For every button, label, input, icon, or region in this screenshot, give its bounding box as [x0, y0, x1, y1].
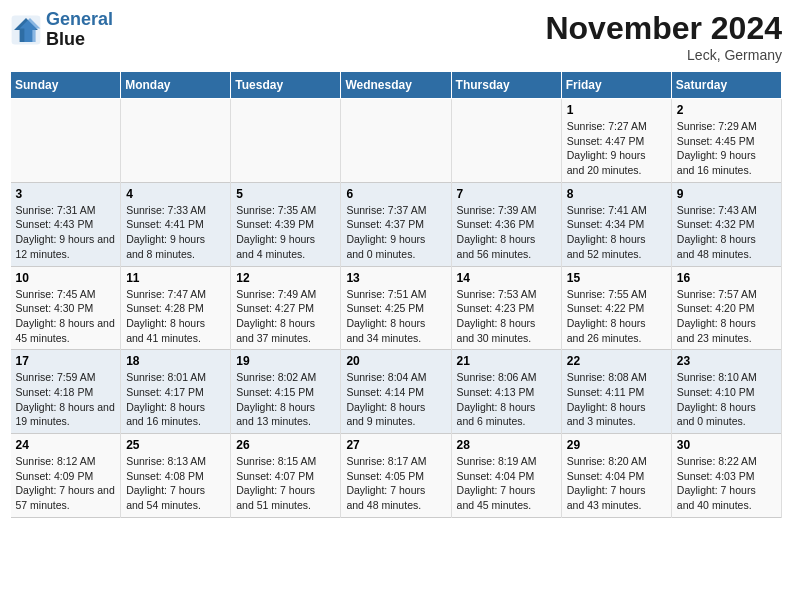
day-number: 19: [236, 354, 335, 368]
calendar-table: SundayMondayTuesdayWednesdayThursdayFrid…: [10, 71, 782, 518]
day-number: 16: [677, 271, 776, 285]
day-number: 23: [677, 354, 776, 368]
day-number: 28: [457, 438, 556, 452]
day-number: 15: [567, 271, 666, 285]
day-number: 9: [677, 187, 776, 201]
day-number: 17: [16, 354, 116, 368]
day-number: 27: [346, 438, 445, 452]
weekday-header-wednesday: Wednesday: [341, 72, 451, 99]
day-info: Sunrise: 8:17 AM Sunset: 4:05 PM Dayligh…: [346, 454, 445, 513]
weekday-header-monday: Monday: [121, 72, 231, 99]
calendar-cell: 2Sunrise: 7:29 AM Sunset: 4:45 PM Daylig…: [671, 99, 781, 183]
day-info: Sunrise: 7:27 AM Sunset: 4:47 PM Dayligh…: [567, 119, 666, 178]
day-info: Sunrise: 8:19 AM Sunset: 4:04 PM Dayligh…: [457, 454, 556, 513]
logo: General Blue: [10, 10, 113, 50]
calendar-week-row: 17Sunrise: 7:59 AM Sunset: 4:18 PM Dayli…: [11, 350, 782, 434]
day-number: 11: [126, 271, 225, 285]
calendar-cell: 29Sunrise: 8:20 AM Sunset: 4:04 PM Dayli…: [561, 434, 671, 518]
day-info: Sunrise: 8:12 AM Sunset: 4:09 PM Dayligh…: [16, 454, 116, 513]
day-info: Sunrise: 7:47 AM Sunset: 4:28 PM Dayligh…: [126, 287, 225, 346]
day-info: Sunrise: 8:20 AM Sunset: 4:04 PM Dayligh…: [567, 454, 666, 513]
day-info: Sunrise: 7:41 AM Sunset: 4:34 PM Dayligh…: [567, 203, 666, 262]
calendar-week-row: 3Sunrise: 7:31 AM Sunset: 4:43 PM Daylig…: [11, 182, 782, 266]
day-info: Sunrise: 7:59 AM Sunset: 4:18 PM Dayligh…: [16, 370, 116, 429]
calendar-cell: 4Sunrise: 7:33 AM Sunset: 4:41 PM Daylig…: [121, 182, 231, 266]
calendar-cell: [11, 99, 121, 183]
day-info: Sunrise: 7:33 AM Sunset: 4:41 PM Dayligh…: [126, 203, 225, 262]
day-number: 21: [457, 354, 556, 368]
day-number: 8: [567, 187, 666, 201]
day-info: Sunrise: 7:31 AM Sunset: 4:43 PM Dayligh…: [16, 203, 116, 262]
calendar-cell: 30Sunrise: 8:22 AM Sunset: 4:03 PM Dayli…: [671, 434, 781, 518]
day-number: 18: [126, 354, 225, 368]
day-info: Sunrise: 8:02 AM Sunset: 4:15 PM Dayligh…: [236, 370, 335, 429]
weekday-header-friday: Friday: [561, 72, 671, 99]
calendar-cell: 6Sunrise: 7:37 AM Sunset: 4:37 PM Daylig…: [341, 182, 451, 266]
day-info: Sunrise: 8:06 AM Sunset: 4:13 PM Dayligh…: [457, 370, 556, 429]
day-number: 30: [677, 438, 776, 452]
weekday-header-thursday: Thursday: [451, 72, 561, 99]
day-number: 2: [677, 103, 776, 117]
day-info: Sunrise: 8:01 AM Sunset: 4:17 PM Dayligh…: [126, 370, 225, 429]
calendar-cell: 20Sunrise: 8:04 AM Sunset: 4:14 PM Dayli…: [341, 350, 451, 434]
calendar-cell: 26Sunrise: 8:15 AM Sunset: 4:07 PM Dayli…: [231, 434, 341, 518]
calendar-cell: 12Sunrise: 7:49 AM Sunset: 4:27 PM Dayli…: [231, 266, 341, 350]
day-info: Sunrise: 7:51 AM Sunset: 4:25 PM Dayligh…: [346, 287, 445, 346]
calendar-cell: 11Sunrise: 7:47 AM Sunset: 4:28 PM Dayli…: [121, 266, 231, 350]
calendar-cell: 27Sunrise: 8:17 AM Sunset: 4:05 PM Dayli…: [341, 434, 451, 518]
calendar-cell: 1Sunrise: 7:27 AM Sunset: 4:47 PM Daylig…: [561, 99, 671, 183]
day-info: Sunrise: 8:22 AM Sunset: 4:03 PM Dayligh…: [677, 454, 776, 513]
day-number: 4: [126, 187, 225, 201]
calendar-cell: [451, 99, 561, 183]
day-info: Sunrise: 7:37 AM Sunset: 4:37 PM Dayligh…: [346, 203, 445, 262]
day-info: Sunrise: 7:39 AM Sunset: 4:36 PM Dayligh…: [457, 203, 556, 262]
calendar-cell: 3Sunrise: 7:31 AM Sunset: 4:43 PM Daylig…: [11, 182, 121, 266]
location-subtitle: Leck, Germany: [545, 47, 782, 63]
day-number: 5: [236, 187, 335, 201]
day-info: Sunrise: 7:43 AM Sunset: 4:32 PM Dayligh…: [677, 203, 776, 262]
day-number: 29: [567, 438, 666, 452]
calendar-cell: 24Sunrise: 8:12 AM Sunset: 4:09 PM Dayli…: [11, 434, 121, 518]
day-number: 6: [346, 187, 445, 201]
day-number: 1: [567, 103, 666, 117]
calendar-cell: 8Sunrise: 7:41 AM Sunset: 4:34 PM Daylig…: [561, 182, 671, 266]
calendar-week-row: 10Sunrise: 7:45 AM Sunset: 4:30 PM Dayli…: [11, 266, 782, 350]
day-info: Sunrise: 7:57 AM Sunset: 4:20 PM Dayligh…: [677, 287, 776, 346]
logo-icon: [10, 14, 42, 46]
calendar-cell: [231, 99, 341, 183]
calendar-cell: 28Sunrise: 8:19 AM Sunset: 4:04 PM Dayli…: [451, 434, 561, 518]
calendar-cell: [121, 99, 231, 183]
calendar-cell: 22Sunrise: 8:08 AM Sunset: 4:11 PM Dayli…: [561, 350, 671, 434]
day-number: 3: [16, 187, 116, 201]
logo-text: General Blue: [46, 10, 113, 50]
weekday-header-sunday: Sunday: [11, 72, 121, 99]
weekday-header-saturday: Saturday: [671, 72, 781, 99]
day-number: 7: [457, 187, 556, 201]
day-number: 24: [16, 438, 116, 452]
day-info: Sunrise: 7:35 AM Sunset: 4:39 PM Dayligh…: [236, 203, 335, 262]
calendar-cell: 14Sunrise: 7:53 AM Sunset: 4:23 PM Dayli…: [451, 266, 561, 350]
day-number: 20: [346, 354, 445, 368]
calendar-cell: 23Sunrise: 8:10 AM Sunset: 4:10 PM Dayli…: [671, 350, 781, 434]
calendar-cell: 16Sunrise: 7:57 AM Sunset: 4:20 PM Dayli…: [671, 266, 781, 350]
day-info: Sunrise: 8:10 AM Sunset: 4:10 PM Dayligh…: [677, 370, 776, 429]
title-area: November 2024 Leck, Germany: [545, 10, 782, 63]
calendar-cell: 13Sunrise: 7:51 AM Sunset: 4:25 PM Dayli…: [341, 266, 451, 350]
day-info: Sunrise: 8:15 AM Sunset: 4:07 PM Dayligh…: [236, 454, 335, 513]
day-number: 13: [346, 271, 445, 285]
day-number: 25: [126, 438, 225, 452]
calendar-cell: 10Sunrise: 7:45 AM Sunset: 4:30 PM Dayli…: [11, 266, 121, 350]
day-number: 26: [236, 438, 335, 452]
day-info: Sunrise: 7:29 AM Sunset: 4:45 PM Dayligh…: [677, 119, 776, 178]
calendar-cell: 9Sunrise: 7:43 AM Sunset: 4:32 PM Daylig…: [671, 182, 781, 266]
calendar-week-row: 1Sunrise: 7:27 AM Sunset: 4:47 PM Daylig…: [11, 99, 782, 183]
calendar-cell: 21Sunrise: 8:06 AM Sunset: 4:13 PM Dayli…: [451, 350, 561, 434]
day-info: Sunrise: 7:53 AM Sunset: 4:23 PM Dayligh…: [457, 287, 556, 346]
day-number: 10: [16, 271, 116, 285]
calendar-cell: 19Sunrise: 8:02 AM Sunset: 4:15 PM Dayli…: [231, 350, 341, 434]
day-number: 14: [457, 271, 556, 285]
day-info: Sunrise: 8:04 AM Sunset: 4:14 PM Dayligh…: [346, 370, 445, 429]
weekday-header-tuesday: Tuesday: [231, 72, 341, 99]
calendar-cell: 17Sunrise: 7:59 AM Sunset: 4:18 PM Dayli…: [11, 350, 121, 434]
day-info: Sunrise: 7:45 AM Sunset: 4:30 PM Dayligh…: [16, 287, 116, 346]
